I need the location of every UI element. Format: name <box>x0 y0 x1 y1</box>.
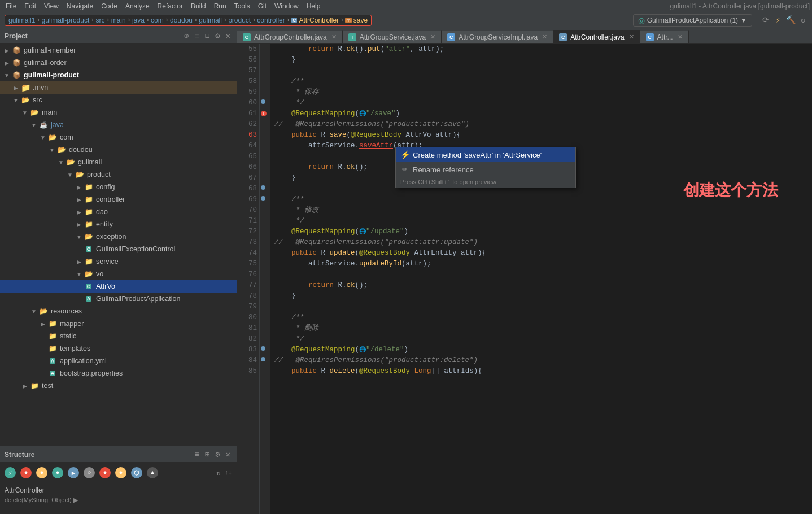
menu-view[interactable]: View <box>41 2 62 11</box>
tree-item-main[interactable]: ▼ 📂 main <box>0 106 237 119</box>
tree-item-com[interactable]: ▼ 📂 com <box>0 131 237 143</box>
tree-item-dao[interactable]: ▶ 📁 dao <box>0 206 237 218</box>
tree-label: controller <box>96 195 125 203</box>
status-icon-4[interactable]: ● <box>52 467 63 478</box>
status-icon-9[interactable]: ⬡ <box>131 467 142 478</box>
sync-icon[interactable]: ↻ <box>798 16 807 25</box>
panel-collapse-icon[interactable]: ⊟ <box>203 31 211 41</box>
close-icon[interactable]: ✕ <box>224 449 232 460</box>
tree-label: exception <box>96 233 126 241</box>
project-panel-title: Project <box>5 32 28 40</box>
menu-run[interactable]: Run <box>211 2 230 11</box>
tree-item-controller[interactable]: ▶ 📁 controller <box>0 193 237 206</box>
code-area[interactable]: return R.ok().put("attr", attr); } /** *… <box>270 44 812 514</box>
status-icon-7[interactable]: ● <box>99 467 111 478</box>
panel-add-icon[interactable]: ⊕ <box>182 31 190 41</box>
tab-icon: C <box>559 33 567 41</box>
tab-attr-ext[interactable]: C Attr... ✕ <box>640 30 689 43</box>
panel-close-icon[interactable]: ✕ <box>224 31 232 41</box>
gutter: ! <box>260 44 270 514</box>
status-icon-3[interactable]: ● <box>36 467 47 478</box>
tree-item-src[interactable]: ▼ 📂 src <box>0 94 237 106</box>
tree-item-vo[interactable]: ▼ 📂 vo <box>0 268 237 280</box>
quick-fix-popup[interactable]: ⚡ Create method 'saveAttr' in 'AttrServi… <box>395 147 576 188</box>
tree-item-application-yml[interactable]: A application.yml <box>0 355 237 367</box>
folder-icon: 📂 <box>84 232 94 242</box>
breadcrumb[interactable]: gulimall1 › gulimall-product › src › mai… <box>5 15 372 26</box>
tab-close[interactable]: ✕ <box>678 33 683 41</box>
refresh-icon[interactable]: ⟳ <box>761 16 770 25</box>
tree-item-bootstrap-props[interactable]: A bootstrap.properties <box>0 367 237 380</box>
tab-close[interactable]: ✕ <box>331 33 337 41</box>
menu-build[interactable]: Build <box>187 2 209 11</box>
status-icon-10[interactable]: ▲ <box>147 467 158 478</box>
sort-icon[interactable]: ≡ <box>193 450 200 460</box>
status-icon-6[interactable]: ○ <box>84 467 95 478</box>
tree-item-app[interactable]: A GulimallProductApplication <box>0 293 237 305</box>
tree-item-attrvo[interactable]: C AttrVo <box>0 280 237 293</box>
status-icon-1[interactable]: ⚡ <box>5 467 16 478</box>
tab-close[interactable]: ✕ <box>430 33 435 41</box>
run-config[interactable]: ◎ GulimallProductApplication (1) ▼ <box>633 14 752 27</box>
panel-layout-icon[interactable]: ≡ <box>193 31 200 41</box>
tab-close[interactable]: ✕ <box>542 33 547 41</box>
tree-item-test[interactable]: ▶ 📁 test <box>0 380 237 392</box>
tree-label: vo <box>96 270 103 278</box>
tree-item-resources[interactable]: ▼ 📂 resources <box>0 305 237 317</box>
menu-edit[interactable]: Edit <box>21 2 40 11</box>
gutter-info-83 <box>261 345 268 351</box>
menu-help[interactable]: Help <box>303 2 324 11</box>
menu-file[interactable]: File <box>2 2 20 11</box>
tree-item-mvn[interactable]: ▶ 📁 .mvn <box>0 81 237 94</box>
tab-attrgroup-controller[interactable]: C AttrGroupController.java ✕ <box>237 30 343 43</box>
tree-item-service[interactable]: ▶ 📁 service <box>0 255 237 268</box>
code-line-70: * 修改 <box>274 205 807 216</box>
tree-item-mapper[interactable]: ▶ 📁 mapper <box>0 317 237 330</box>
menu-window[interactable]: Window <box>271 2 302 11</box>
code-line-62: // @RequiresPermissions("product:attr:sa… <box>274 119 807 130</box>
menu-git[interactable]: Git <box>255 2 270 11</box>
menu-tools[interactable]: Tools <box>231 2 254 11</box>
popup-rename-ref[interactable]: ✏ Rename reference <box>396 162 575 177</box>
tree-item-gulimall-product[interactable]: ▼ 📦 gulimall-product <box>0 69 237 81</box>
editor-tabs: C AttrGroupController.java ✕ I AttrGroup… <box>237 28 812 44</box>
menu-navigate[interactable]: Navigate <box>63 2 97 11</box>
tab-attrgroup-service[interactable]: I AttrGroupService.java ✕ <box>343 30 442 43</box>
folder-icon: ☕ <box>38 120 49 130</box>
sort-up-icon[interactable]: ⇅ <box>216 469 220 477</box>
tree-label: main <box>42 108 57 116</box>
folder-icon: 📁 <box>84 207 94 217</box>
menu-code[interactable]: Code <box>98 2 121 11</box>
code-line-85: public R delete(@RequestBody Long[] attr… <box>274 366 807 377</box>
tree-item-exception-class[interactable]: C GulimallExceptionControl <box>0 243 237 255</box>
tree-item-config[interactable]: ▶ 📁 config <box>0 181 237 193</box>
status-icon-2[interactable]: ● <box>20 467 32 478</box>
lightning-icon[interactable]: ⚡ <box>774 16 783 25</box>
tab-attrgroupserviceimpl[interactable]: C AttrGroupServiceImpl.java ✕ <box>442 30 553 43</box>
tab-attrcontroller[interactable]: C AttrController.java ✕ <box>553 30 640 43</box>
menu-refactor[interactable]: Refactor <box>154 2 186 11</box>
tree-item-gulimall-member[interactable]: ▶ 📦 gulimall-member <box>0 44 237 56</box>
tree-item-templates[interactable]: 📁 templates <box>0 342 237 355</box>
tree-item-product[interactable]: ▼ 📂 product <box>0 168 237 181</box>
editor-content: 55 56 57 58 59 60 61 62 63 64 65 66 67 6… <box>237 44 812 514</box>
settings-icon[interactable]: ⚙ <box>213 449 221 460</box>
group-icon[interactable]: ⊞ <box>203 449 211 460</box>
sort-down-icon[interactable]: ↑↓ <box>225 469 232 476</box>
tree-item-static[interactable]: 📁 static <box>0 330 237 342</box>
status-icon-8[interactable]: ● <box>115 467 126 478</box>
tree-item-gulimall-order[interactable]: ▶ 📦 gulimall-order <box>0 56 237 69</box>
tree-item-gulimall[interactable]: ▼ 📂 gulimall <box>0 156 237 168</box>
gutter-info-63 <box>261 98 268 104</box>
build-icon[interactable]: 🔨 <box>786 16 795 25</box>
menu-analyze[interactable]: Analyze <box>122 2 153 11</box>
folder-icon: 📁 <box>84 182 94 192</box>
tab-close[interactable]: ✕ <box>629 33 634 41</box>
tree-item-doudou[interactable]: ▼ 📂 doudou <box>0 143 237 156</box>
tree-item-exception[interactable]: ▼ 📂 exception <box>0 230 237 243</box>
tree-item-entity[interactable]: ▶ 📁 entity <box>0 218 237 230</box>
status-icon-5[interactable]: ▶ <box>68 467 79 478</box>
popup-create-method[interactable]: ⚡ Create method 'saveAttr' in 'AttrServi… <box>396 147 575 162</box>
panel-settings-icon[interactable]: ⚙ <box>213 31 221 41</box>
tree-item-java[interactable]: ▼ ☕ java <box>0 119 237 131</box>
